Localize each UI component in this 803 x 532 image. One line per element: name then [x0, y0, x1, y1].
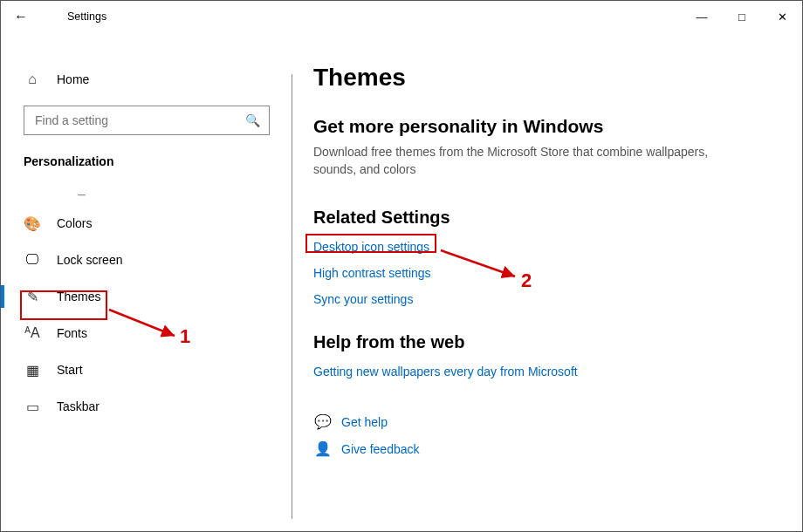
home-nav[interactable]: ⌂ Home — [24, 64, 292, 95]
nav-lock-screen[interactable]: 🖵 Lock screen — [24, 242, 292, 278]
nav-label: Taskbar — [41, 399, 100, 413]
chat-icon: 💬 — [313, 413, 333, 430]
fonts-icon: AA — [24, 325, 41, 341]
home-icon: ⌂ — [24, 72, 41, 87]
nav-start[interactable]: ▦ Start — [24, 351, 292, 388]
taskbar-icon: ▭ — [24, 399, 41, 415]
nav-label: Themes — [41, 290, 101, 304]
nav-colors[interactable]: 🎨 Colors — [24, 205, 292, 242]
get-help-link[interactable]: Get help — [341, 415, 388, 429]
search-icon: 🔍 — [245, 113, 260, 127]
high-contrast-settings-link[interactable]: High contrast settings — [313, 266, 431, 280]
nav-label: Lock screen — [41, 253, 122, 267]
sidebar: ⌂ Home 🔍 Personalization – 🎨 Colors 🖵 Lo… — [1, 32, 292, 531]
close-button[interactable]: ✕ — [762, 1, 802, 32]
start-icon: ▦ — [24, 362, 41, 379]
back-button[interactable]: ← — [1, 9, 41, 24]
palette-icon: 🎨 — [24, 215, 41, 232]
themes-icon: ✎ — [24, 289, 41, 305]
main: Themes Get more personality in Windows D… — [292, 32, 781, 531]
content: ⌂ Home 🔍 Personalization – 🎨 Colors 🖵 Lo… — [1, 32, 802, 531]
wallpapers-help-link[interactable]: Getting new wallpapers every day from Mi… — [313, 365, 578, 379]
page-title: Themes — [313, 64, 781, 92]
get-help-row[interactable]: 💬 Get help — [313, 413, 781, 430]
nav-placeholder: – — [24, 184, 292, 205]
feedback-icon: 👤 — [313, 440, 333, 457]
nav-themes[interactable]: ✎ Themes — [24, 278, 292, 315]
feedback-row[interactable]: 👤 Give feedback — [313, 440, 781, 457]
nav-label: Colors — [41, 216, 92, 230]
description: Download free themes from the Microsoft … — [313, 144, 750, 178]
nav-taskbar[interactable]: ▭ Taskbar — [24, 388, 292, 425]
group-title: Personalization — [24, 154, 292, 168]
sub-title: Get more personality in Windows — [313, 116, 781, 137]
home-label: Home — [41, 72, 89, 86]
divider — [292, 74, 292, 519]
titlebar: ← Settings — □ ✕ — [1, 1, 802, 32]
search-input[interactable] — [33, 113, 245, 128]
nav-fonts[interactable]: AA Fonts — [24, 315, 292, 351]
nav-label: Start — [41, 363, 83, 377]
sync-your-settings-link[interactable]: Sync your settings — [313, 292, 413, 306]
desktop-icon-settings-link[interactable]: Desktop icon settings — [313, 240, 429, 254]
feedback-link[interactable]: Give feedback — [341, 442, 420, 456]
minimize-button[interactable]: — — [682, 1, 722, 32]
related-settings-heading: Related Settings — [313, 208, 781, 228]
help-from-web-heading: Help from the web — [313, 332, 781, 352]
app-title: Settings — [41, 10, 106, 23]
maximize-button[interactable]: □ — [722, 1, 762, 32]
search-box[interactable]: 🔍 — [24, 106, 270, 135]
lock-screen-icon: 🖵 — [24, 252, 41, 268]
nav-label: Fonts — [41, 326, 87, 340]
